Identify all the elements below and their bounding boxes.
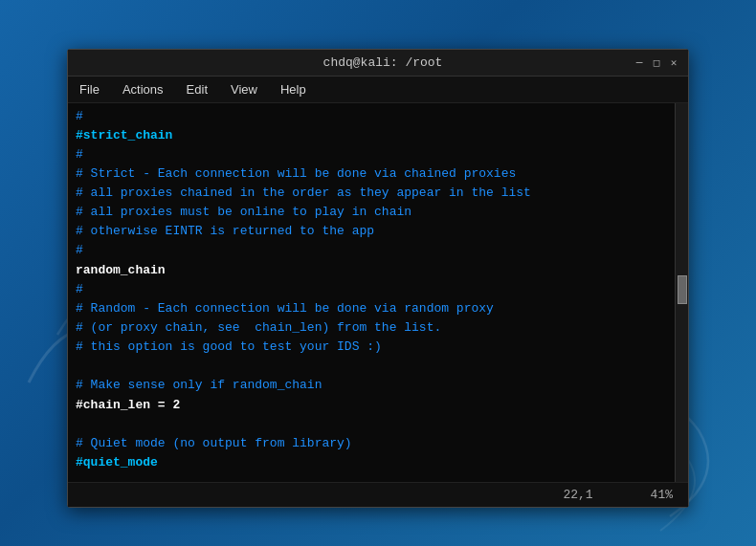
code-line [76,357,667,376]
scrollbar-track[interactable] [675,103,688,482]
menu-file[interactable]: File [76,80,103,98]
code-line: #chain_len = 2 [76,396,667,415]
code-line: # all proxies must be online to play in … [76,203,667,222]
menu-view[interactable]: View [227,80,261,98]
code-line [76,472,667,481]
menu-help[interactable]: Help [277,80,310,98]
status-bar: 22,1 41% [68,482,688,507]
code-line: # all proxies chained in the order as th… [76,184,667,203]
code-line: random_chain [76,261,667,280]
code-line [76,415,667,434]
code-line: #strict_chain [76,126,667,145]
code-line: # Strict - Each connection will be done … [76,164,667,184]
code-line: # this option is good to test your IDS :… [76,338,667,357]
code-line: # [76,241,667,260]
maximize-button[interactable]: □ [650,55,663,69]
code-line: # [76,107,667,126]
code-line: # [76,145,667,164]
code-line: # [76,280,667,299]
scrollbar-thumb[interactable] [678,275,687,304]
code-line: # Quiet mode (no output from library) [76,434,667,453]
close-button[interactable]: ✕ [667,55,680,69]
window-controls: ─ □ ✕ [633,55,680,69]
code-line: # (or proxy chain, see chain_len) from t… [76,318,667,338]
terminal-window: chdq@kali: /root ─ □ ✕ File Actions Edit… [67,49,689,508]
title-bar: chdq@kali: /root ─ □ ✕ [68,50,688,76]
code-line: # Make sense only if random_chain [76,376,667,395]
editor-area[interactable]: ##strict_chain## Strict - Each connectio… [68,103,675,482]
content-area: ##strict_chain## Strict - Each connectio… [68,103,688,482]
code-line: #quiet_mode [76,453,667,472]
scroll-percent: 41% [651,488,673,502]
menu-edit[interactable]: Edit [183,80,211,98]
menu-actions[interactable]: Actions [119,80,167,98]
menu-bar: File Actions Edit View Help [68,76,688,103]
window-title: chdq@kali: /root [133,55,633,70]
code-line: # Random - Each connection will be done … [76,299,667,318]
code-line: # otherwise EINTR is returned to the app [76,222,667,241]
cursor-position: 22,1 [563,488,592,502]
minimize-button[interactable]: ─ [633,55,646,69]
